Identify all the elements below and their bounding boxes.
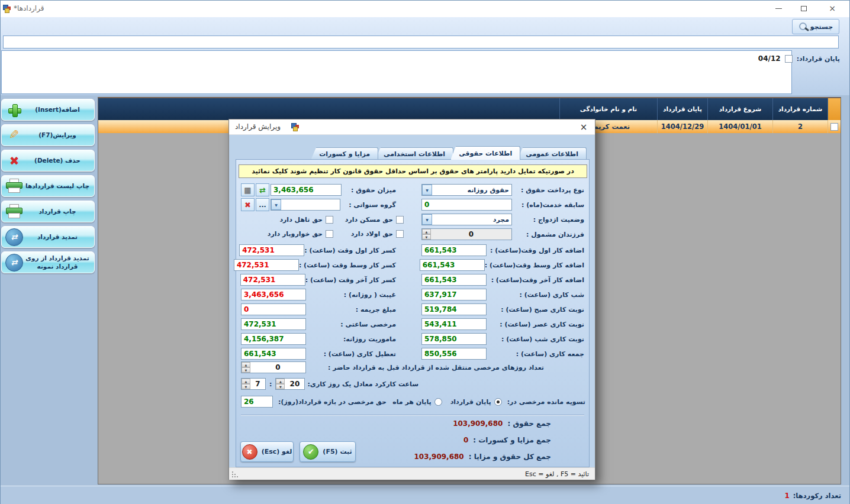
radio-button[interactable] (494, 398, 502, 406)
combo-box[interactable]: حقوق روزانه▼ (421, 184, 512, 196)
tab-item[interactable]: مزایا و کسورات (311, 147, 378, 160)
deduction-field[interactable]: 472,531 (240, 274, 305, 286)
salary-info-tabpage: در صورتیکه تمایل دارید پارامتر های حقوق … (236, 159, 590, 467)
grid-header-col[interactable]: پایان قرارداد (657, 98, 707, 120)
resize-grip[interactable] (231, 471, 239, 478)
allowance-checkbox-item[interactable]: حق مسکن دارد (345, 215, 404, 224)
allowance-checkbox-item[interactable]: حق خواروبار دارد (268, 229, 333, 238)
radio-button[interactable] (434, 398, 442, 406)
workday-minutes-stepper[interactable]: 7 ▲▼ (241, 378, 266, 390)
checkbox[interactable] (326, 216, 333, 224)
calculator-icon[interactable]: ▦ (241, 183, 255, 196)
minimum-wage-notice-button[interactable]: در صورتیکه تمایل دارید پارامتر های حقوق … (239, 164, 587, 178)
overtime-field[interactable]: 661,543 (421, 274, 487, 286)
sidebar-button-label: اضافه(Insert) (24, 106, 91, 114)
spinner-arrows[interactable]: ▲▼ (422, 229, 431, 240)
spinner-down-icon[interactable]: ▼ (276, 384, 285, 389)
settlement-radio-item[interactable]: پایان قرارداد (450, 398, 502, 406)
spinner-down-icon[interactable]: ▼ (242, 367, 250, 373)
cancel-button[interactable]: لغو (Esc) ✖ (240, 441, 294, 462)
spinner-value: 0 (431, 230, 511, 238)
deduction-field[interactable]: 3,463,656 (241, 289, 306, 301)
chevron-down-icon[interactable]: ▼ (271, 199, 281, 210)
spinner-up-icon[interactable]: ▲ (242, 362, 250, 367)
cancel-button-label: لغو (Esc) (262, 448, 292, 455)
grid-header-col[interactable]: شروع قرارداد (707, 98, 772, 120)
contract-end-checkbox[interactable] (785, 55, 793, 63)
maximize-button[interactable] (795, 2, 813, 15)
sidebar-button[interactable]: تمدید قرارداد⇄ (1, 226, 95, 248)
sidebar-button-label: ویرایش(F7) (24, 131, 91, 139)
search-results-list[interactable] (1, 50, 792, 94)
overtime-field[interactable]: 543,411 (421, 318, 487, 330)
workday-minutes-value: 7 (250, 380, 265, 388)
spinner-arrows[interactable]: ▲▼ (242, 362, 250, 373)
sidebar-button[interactable]: چاپ لیست قراردادها (1, 175, 95, 197)
text-field[interactable]: 0 (421, 199, 512, 211)
chevron-down-icon[interactable]: ▼ (422, 214, 432, 225)
save-button[interactable]: ثبت (F5) ✔ (300, 441, 356, 462)
chevron-down-icon[interactable]: ▼ (422, 185, 432, 195)
dialog-title: ویرایش قرارداد (235, 122, 281, 131)
allowance-checkbox-item[interactable]: حق تاهل دارد (279, 215, 333, 224)
deduction-field[interactable]: 4,156,387 (241, 333, 306, 345)
salary-amount-field[interactable]: 3,463,656 (271, 184, 342, 196)
deduction-field[interactable]: 0 (241, 303, 306, 315)
settlement-radio-item[interactable]: پایان هر ماه (392, 398, 442, 406)
spinner-arrows[interactable]: ▲▼ (242, 379, 250, 389)
grid-header-col[interactable]: نام و نام خانوادگی (559, 98, 657, 120)
contract-end-value: 04/12 (758, 54, 781, 63)
transferred-leave-stepper[interactable]: 0 ▲▼ (241, 361, 306, 373)
overtime-field[interactable]: 661,543 (420, 259, 485, 271)
spinner-arrows[interactable]: ▲▼ (276, 379, 285, 389)
allowance-checkbox-item[interactable]: حق اولاد دارد (351, 229, 404, 238)
deduction-field[interactable]: 472,531 (241, 318, 306, 330)
overtime-field[interactable]: 661,543 (421, 244, 487, 256)
field-row: کسر کار آخر وقت (ساعت) :472,531 (241, 274, 396, 286)
recalculate-icon[interactable]: ⇄ (256, 183, 269, 196)
field-row: سابقه خدمت(ماه) :0 (421, 199, 584, 211)
field-row: نوبت کاری عصر (ساعت) :543,411 (421, 318, 584, 330)
spinner-down-icon[interactable]: ▼ (422, 234, 431, 240)
checkbox[interactable] (396, 216, 404, 224)
spinner-up-icon[interactable]: ▲ (422, 229, 431, 234)
overtime-field[interactable]: 519,784 (421, 303, 487, 315)
row-select-cell[interactable] (828, 120, 841, 133)
leave-allowance-field[interactable]: 26 (241, 396, 273, 408)
search-button-label: جستجو (810, 23, 833, 31)
deduction-field[interactable]: 661,543 (241, 348, 306, 360)
tab-item[interactable]: اطلاعات استخدامی (375, 147, 453, 160)
search-input[interactable] (3, 35, 839, 49)
deduction-field[interactable]: 472,531 (234, 259, 299, 271)
overtime-field[interactable]: 637,917 (421, 289, 487, 301)
combo-box[interactable]: مجرد▼ (421, 214, 512, 225)
sidebar-button[interactable]: اضافه(Insert) (1, 99, 95, 121)
main-window: قراردادها* × جستجو پایان قرارداد: 04/12 … (0, 0, 850, 504)
spinner-down-icon[interactable]: ▼ (242, 384, 250, 389)
clear-icon[interactable]: ✖ (241, 198, 255, 211)
overtime-field[interactable]: 850,556 (421, 348, 487, 360)
grid-header-col[interactable]: شماره قرارداد (772, 98, 828, 120)
sidebar-button[interactable]: تمدید قرارداد از روی قرارداد نمونه⇄ (1, 251, 95, 273)
search-panel: جستجو پایان قرارداد: 04/12 (1, 17, 849, 95)
dialog-close-icon[interactable]: × (577, 121, 590, 134)
deduction-field[interactable]: 472,531 (239, 244, 304, 256)
checkbox[interactable] (326, 230, 333, 238)
seniority-group-combo[interactable]: ▼ (271, 199, 340, 211)
tab-item[interactable]: اطلاعات عمومی (517, 147, 587, 160)
spinner-up-icon[interactable]: ▲ (276, 379, 285, 384)
row-checkbox[interactable] (830, 123, 838, 131)
search-button[interactable]: جستجو (792, 19, 839, 34)
salary-amount-label: میزان حقوق : (351, 186, 396, 194)
browse-dots-button[interactable]: ... (256, 198, 269, 211)
checkbox[interactable] (396, 230, 404, 238)
tab-active[interactable]: اطلاعات حقوقی (450, 146, 520, 160)
overtime-field[interactable]: 578,850 (421, 333, 487, 345)
sidebar-button[interactable]: چاپ قرارداد (1, 201, 95, 222)
close-button[interactable]: × (823, 2, 841, 15)
sidebar-button[interactable]: ویرایش(F7)✎ (1, 124, 95, 146)
spinner-up-icon[interactable]: ▲ (242, 379, 250, 384)
sidebar-button[interactable]: حذف (Delete)✖ (1, 150, 95, 172)
minimize-button[interactable] (769, 2, 787, 15)
workday-hours-stepper[interactable]: 20 ▲▼ (275, 378, 305, 390)
